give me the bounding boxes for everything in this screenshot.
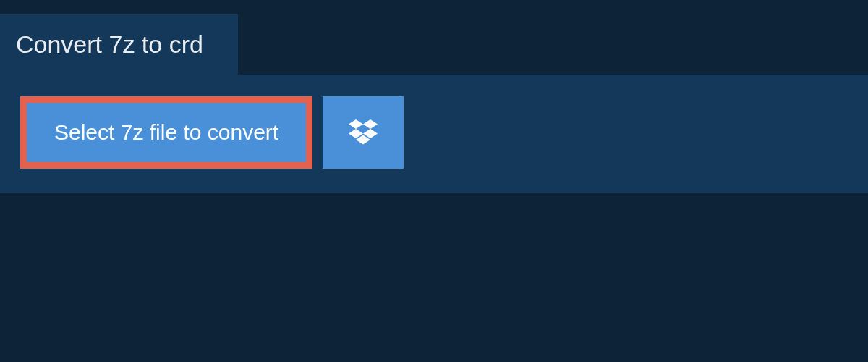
page-title: Convert 7z to crd (16, 30, 203, 59)
tab-header: Convert 7z to crd (0, 14, 238, 75)
select-file-button[interactable]: Select 7z file to convert (20, 96, 312, 169)
dropbox-button[interactable] (323, 96, 404, 169)
content-panel: Select 7z file to convert (0, 75, 868, 193)
dropbox-icon (349, 119, 378, 146)
select-file-label: Select 7z file to convert (54, 120, 278, 145)
